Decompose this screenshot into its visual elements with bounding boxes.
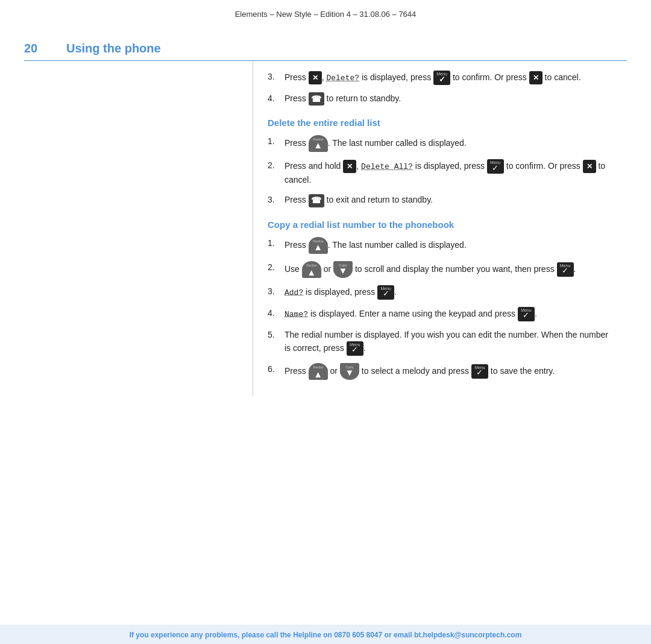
steps-delete-entire: 1. Press Redial ▲ . The last number call… <box>268 135 612 207</box>
list-item: 1. Press Redial ▲ . The last number call… <box>268 135 612 152</box>
section-title-copy-redial: Copy a redial list number to the phonebo… <box>268 219 612 230</box>
list-item: 6. Press Redial ▲ or Calls ▼ to select a… <box>268 363 612 380</box>
list-item: 4. Press ☎ to return to standby. <box>268 92 612 106</box>
name-text: Name? <box>285 309 308 318</box>
calls-button-icon-2: Calls ▼ <box>340 363 359 380</box>
x-button-icon-3: ✕ <box>343 160 356 173</box>
x-button-icon-2: ✕ <box>529 71 542 84</box>
calls-button-icon: Calls ▼ <box>333 261 353 278</box>
check-button-icon-4: Menu ✓ <box>377 285 394 300</box>
add-text: Add? <box>285 288 303 297</box>
steps-continuation: 3. Press ✕, Delete? is displayed, press … <box>268 71 612 106</box>
check-button-icon-7: Menu ✓ <box>471 364 488 379</box>
x-button-icon: ✕ <box>309 71 322 84</box>
redial-button-icon-3: Redial ▲ <box>302 261 321 278</box>
page-header: Elements – New Style – Edition 4 – 31.08… <box>0 0 651 24</box>
x-button-icon-4: ✕ <box>583 160 596 173</box>
redial-button-icon-2: Redial ▲ <box>309 237 328 254</box>
phone-button-icon-2: ☎ <box>309 194 324 207</box>
content-area: 3. Press ✕, Delete? is displayed, press … <box>0 61 651 397</box>
list-item: 5. The redial number is displayed. If yo… <box>268 329 612 356</box>
section-title-delete-entire: Delete the entire redial list <box>268 118 612 128</box>
page-title: Using the phone <box>66 42 161 55</box>
steps-copy-redial: 1. Press Redial ▲ . The last number call… <box>268 237 612 380</box>
list-item: 2. Use Redial ▲ or Calls ▼ to scroll and… <box>268 261 612 278</box>
page-number: 20 <box>24 42 48 55</box>
header-text: Elements – New Style – Edition 4 – 31.08… <box>235 10 417 19</box>
list-item: 3. Press ✕, Delete? is displayed, press … <box>268 71 612 85</box>
check-button-icon-6: Menu ✓ <box>347 341 363 356</box>
list-item: 1. Press Redial ▲ . The last number call… <box>268 237 612 254</box>
check-button-icon-3: Menu ✓ <box>557 262 574 277</box>
list-item: 3. Add? is displayed, press Menu ✓ . <box>268 285 612 300</box>
footer-bar: If you experience any problems, please c… <box>0 625 651 644</box>
list-item: 2. Press and hold ✕, Delete All? is disp… <box>268 159 612 186</box>
redial-button-icon-4: Redial ▲ <box>309 363 328 380</box>
list-item: 4. Name? is displayed. Enter a name usin… <box>268 307 612 321</box>
check-button-icon-2: Menu ✓ <box>487 159 504 174</box>
delete-all-text: Delete All? <box>361 162 413 171</box>
left-column <box>24 61 253 397</box>
footer-text: If you experience any problems, please c… <box>130 631 522 639</box>
check-button-icon: Menu ✓ <box>433 71 450 85</box>
phone-button-icon: ☎ <box>309 92 324 106</box>
right-column: 3. Press ✕, Delete? is displayed, press … <box>253 61 627 397</box>
list-item: 3. Press ☎ to exit and return to standby… <box>268 194 612 207</box>
delete-text: Delete? <box>326 74 359 83</box>
redial-button-icon: Redial ▲ <box>309 135 328 152</box>
page-title-row: 20 Using the phone <box>0 24 651 55</box>
check-button-icon-5: Menu ✓ <box>518 307 535 321</box>
